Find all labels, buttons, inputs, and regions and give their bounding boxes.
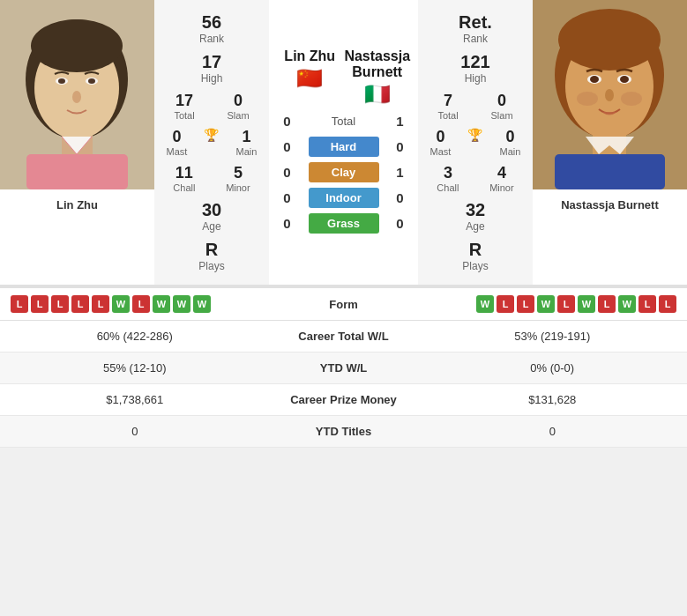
left-form-badge-l: L [92, 295, 109, 313]
left-minor-item: 5 Minor [226, 164, 250, 193]
right-high-label: High [465, 72, 487, 85]
right-age-value: 32 [466, 200, 485, 220]
right-form-badges: WLLWLWLWLL [397, 295, 677, 313]
right-form-badge-w: W [618, 295, 636, 313]
left-mast-main: 0 Mast 🏆 1 Main [158, 128, 265, 157]
stats-row-right-0: 53% (219-191) [432, 330, 674, 343]
right-chall-label: Chall [437, 182, 459, 193]
right-form-badge-w: W [476, 295, 494, 313]
indoor-score-right: 0 [385, 190, 416, 205]
left-trophy-icon: 🏆 [204, 128, 219, 142]
right-mast-main: 0 Mast 🏆 0 Main [422, 128, 529, 157]
stats-row-left-3: 0 [14, 425, 256, 438]
indoor-score-row: 0 Indoor 0 [269, 188, 418, 208]
right-form-badge-l: L [659, 295, 676, 313]
clay-score-row: 0 Clay 1 [269, 162, 418, 182]
right-trophy-icon: 🏆 [467, 128, 482, 142]
indoor-score-left: 0 [272, 190, 303, 205]
grass-score-row: 0 Grass 0 [269, 213, 418, 234]
right-player-name-text: Nastassja Burnett [561, 198, 659, 212]
left-player-photo-column: Lin Zhu [0, 0, 154, 285]
right-player-name-header: Nastassja Burnett 🇮🇹 [344, 48, 412, 108]
stats-row-left-1: 55% (12-10) [14, 361, 256, 375]
right-mast-item: 0 Mast [430, 128, 452, 157]
stats-row-center-0: Career Total W/L [256, 330, 432, 343]
left-name-header-text: Lin Zhu [276, 48, 344, 64]
stats-row-right-2: $131,628 [432, 393, 674, 406]
right-stats-column: Ret. Rank 121 High 7 Total 0 Slam [418, 0, 533, 285]
form-section: LLLLLWLWWW Form WLLWLWLWLL [0, 288, 687, 321]
hard-score-left: 0 [272, 139, 303, 154]
left-chall-label: Chall [173, 182, 195, 193]
right-minor-label: Minor [489, 182, 514, 193]
right-chall-item: 3 Chall [437, 164, 459, 193]
center-scores-column: Lin Zhu 🇨🇳 Nastassja Burnett 🇮🇹 0 Total … [269, 0, 418, 285]
right-total-value: 7 [444, 92, 452, 110]
left-rank-block: 56 Rank [199, 12, 224, 45]
right-high-value: 121 [460, 52, 489, 72]
indoor-badge: Indoor [309, 188, 379, 208]
right-name-header-text: Nastassja Burnett [344, 48, 412, 80]
right-chall-value: 3 [444, 164, 452, 182]
left-chall-minor: 11 Chall 5 Minor [158, 164, 265, 193]
stats-row-center-1: YTD W/L [256, 361, 432, 375]
left-total-label: Total [174, 110, 194, 121]
total-score-label: Total [309, 115, 379, 128]
right-mast-label: Mast [430, 146, 452, 157]
left-main-label: Main [236, 146, 258, 157]
left-high-block: 17High [201, 52, 223, 85]
left-form-badge-l: L [132, 295, 150, 313]
left-flag: 🇨🇳 [276, 66, 344, 91]
svg-rect-11 [0, 0, 154, 189]
right-high-block: 121 High [460, 52, 489, 85]
left-total-slam: 17 Total 0 Slam [158, 92, 265, 121]
left-total-value: 17 [175, 92, 193, 110]
right-form-badge-l: L [517, 295, 534, 313]
left-form-badge-w: W [112, 295, 130, 313]
right-form-badge-w: W [537, 295, 555, 313]
left-form-badges: LLLLLWLWWW [11, 295, 291, 313]
stats-row-1: 55% (12-10)YTD W/L0% (0-0) [0, 353, 687, 384]
left-form-badge-w: W [153, 295, 170, 313]
left-slam-label: Slam [228, 110, 250, 121]
left-chall-item: 11 Chall [173, 164, 195, 193]
clay-score-right: 1 [385, 165, 416, 180]
total-score-left: 0 [272, 114, 303, 129]
stats-row-center-3: YTD Titles [256, 425, 432, 438]
right-total-label: Total [437, 110, 458, 121]
left-main-item: 1 Main [236, 128, 258, 157]
total-score-row: 0 Total 1 [269, 114, 418, 129]
left-minor-label: Minor [226, 182, 250, 193]
left-mast-label: Mast [167, 146, 188, 157]
main-container: Lin Zhu 56 Rank 17High 17 Total 0 Slam [0, 0, 687, 448]
left-rank-label: Rank [199, 33, 224, 45]
right-plays-label: Plays [462, 260, 488, 272]
stats-row-0: 60% (422-286)Career Total W/L53% (219-19… [0, 321, 687, 353]
left-slam-item: 0 Slam [228, 92, 250, 121]
left-mast-item: 0 Mast [167, 128, 188, 157]
left-form-badge-l: L [51, 295, 69, 313]
right-age-label: Age [466, 220, 484, 233]
grass-score-left: 0 [272, 216, 303, 231]
nastassja-burnett-photo [533, 0, 687, 189]
hard-score-right: 0 [385, 139, 416, 154]
right-name-line2: Burnett [352, 64, 402, 79]
left-chall-value: 11 [175, 164, 193, 182]
comparison-section: Lin Zhu 56 Rank 17High 17 Total 0 Slam [0, 0, 687, 288]
right-player-photo-column: Nastassja Burnett [533, 0, 687, 285]
left-form-badge-l: L [71, 295, 89, 313]
stats-row-right-1: 0% (0-0) [432, 361, 674, 375]
right-slam-item: 0 Slam [491, 92, 513, 121]
stats-row-left-2: $1,738,661 [14, 393, 256, 406]
left-main-value: 1 [242, 128, 250, 146]
right-slam-value: 0 [497, 92, 506, 110]
right-form-badge-l: L [497, 295, 514, 313]
left-trophy-icon-item: 🏆 [204, 128, 219, 157]
stats-row-2: $1,738,661Career Prize Money$131,628 [0, 384, 687, 416]
right-minor-item: 4 Minor [489, 164, 514, 193]
right-form-badge-l: L [598, 295, 616, 313]
right-name-line1: Nastassja [344, 48, 410, 63]
stats-row-left-0: 60% (422-286) [14, 330, 256, 343]
left-rank-value: 56 [202, 12, 221, 33]
lin-zhu-photo [0, 0, 154, 189]
